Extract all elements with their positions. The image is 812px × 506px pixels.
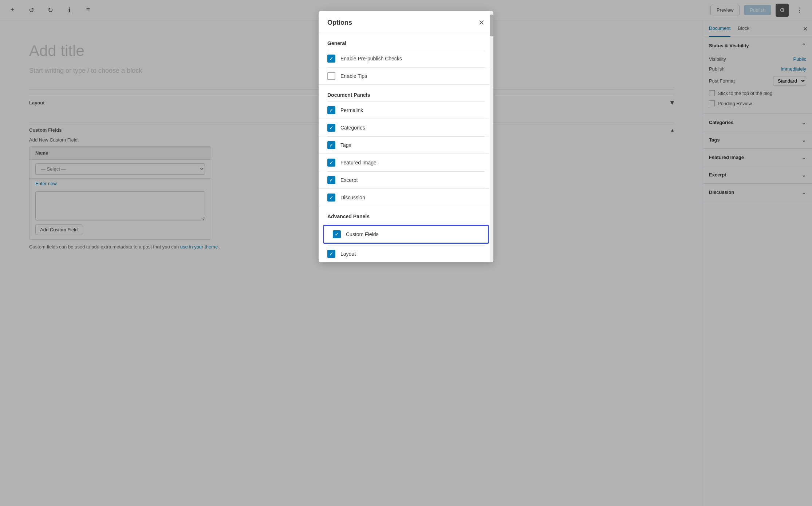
options-modal: Options ✕ General Enable Pre-publish Che… — [319, 11, 493, 262]
modal-item-permalink: Permalink — [319, 102, 493, 119]
advanced-panels-divider — [327, 223, 485, 223]
modal-body: General Enable Pre-publish Checks Enable… — [319, 33, 493, 262]
featured-image-dp-label: Featured Image — [340, 160, 377, 166]
discussion-dp-label: Discussion — [340, 195, 365, 200]
modal-item-excerpt: Excerpt — [319, 172, 493, 189]
categories-checkbox[interactable] — [327, 124, 335, 132]
modal-scrollbar[interactable] — [490, 11, 493, 262]
main-layout: Add title Start writing or type / to cho… — [0, 20, 812, 506]
general-section-title: General — [319, 33, 493, 50]
tags-dp-label: Tags — [340, 142, 351, 148]
modal-close-button[interactable]: ✕ — [478, 18, 485, 27]
modal-overlay[interactable]: Options ✕ General Enable Pre-publish Che… — [0, 0, 812, 506]
modal-item-tags: Tags — [319, 137, 493, 154]
layout-checkbox[interactable] — [327, 250, 335, 258]
enable-prepublish-checkbox[interactable] — [327, 55, 335, 63]
excerpt-checkbox[interactable] — [327, 176, 335, 184]
layout-dp-label: Layout — [340, 251, 356, 257]
tags-checkbox[interactable] — [327, 141, 335, 149]
modal-item-layout: Layout — [319, 246, 493, 262]
discussion-checkbox[interactable] — [327, 194, 335, 202]
enable-tips-checkbox[interactable] — [327, 72, 335, 80]
modal-item-discussion: Discussion — [319, 189, 493, 206]
modal-scrollbar-thumb — [490, 15, 493, 36]
document-panels-section-title: Document Panels — [319, 85, 493, 101]
modal-item-categories: Categories — [319, 119, 493, 136]
categories-dp-label: Categories — [340, 125, 365, 131]
permalink-checkbox[interactable] — [327, 106, 335, 114]
modal-item-featured-image: Featured Image — [319, 154, 493, 171]
advanced-panels-section-title: Advanced Panels — [319, 206, 493, 223]
modal-item-enable-tips: Enable Tips — [319, 68, 493, 85]
featured-image-checkbox[interactable] — [327, 159, 335, 167]
custom-fields-dp-label: Custom Fields — [346, 231, 378, 237]
excerpt-dp-label: Excerpt — [340, 177, 358, 183]
modal-title: Options — [327, 19, 352, 27]
permalink-label: Permalink — [340, 107, 363, 113]
modal-item-enable-prepublish: Enable Pre-publish Checks — [319, 50, 493, 67]
modal-item-custom-fields-highlighted: Custom Fields — [323, 225, 489, 244]
custom-fields-checkbox[interactable] — [333, 230, 341, 238]
enable-tips-label: Enable Tips — [340, 73, 367, 79]
modal-header: Options ✕ — [319, 11, 493, 33]
enable-prepublish-label: Enable Pre-publish Checks — [340, 56, 402, 61]
